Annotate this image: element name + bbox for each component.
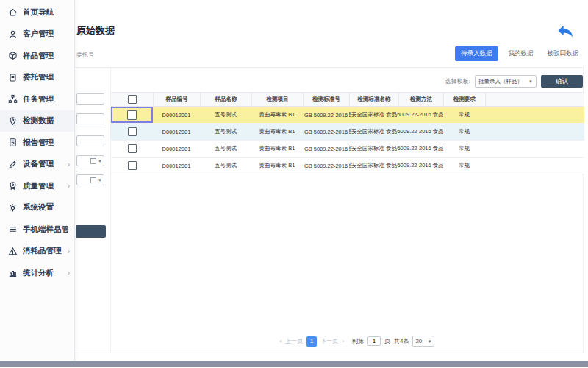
chevron-right-icon: › [68,269,70,277]
filter-input-2[interactable] [76,113,104,124]
sidebar-item-label: 客户管理 [23,29,54,39]
goto-page-prefix: 到第 [352,337,364,345]
column-header: 检测要求 [443,93,485,106]
select-all-checkbox[interactable] [128,95,137,104]
cell-standard-name: 食品安全国家标准 食品中... [349,107,398,123]
prev-page-button[interactable]: 上一页 [285,337,303,345]
filter-date-start[interactable]: ▼ [76,155,104,166]
sidebar-item-label: 消耗品管理 [23,246,62,256]
table-row[interactable]: D00012001 五号测试 黄曲霉毒素 B1 GB 5009.22-2016 … [111,141,584,158]
table-row[interactable]: D00012001 五号测试 黄曲霉毒素 B1 GB 5009.22-2016 … [111,158,584,174]
customer-icon [8,29,18,39]
cell-standard-no: GB 5009.22-2016 [303,124,349,140]
quality-icon [8,181,18,191]
cell-method: GB 5009.22-2016 食品安... [398,107,443,123]
goto-page-input[interactable] [368,336,381,346]
chevron-down-icon: ▼ [427,339,431,344]
page-size-value: 20 [415,338,422,344]
template-select-label: 选择模板: [445,77,470,85]
settings-gear-icon [8,203,18,213]
cell-standard-name: 食品安全国家标准 食品中... [349,141,398,157]
column-header: 检测标准名称 [349,93,398,106]
column-header: 样品名称 [200,93,251,106]
column-header: 检测方法 [398,93,443,106]
cell-filler [485,158,584,174]
sidebar-item-home[interactable]: 首页导航 › [0,1,74,24]
cell-sample-name: 五号测试 [200,107,251,123]
filter-input-1[interactable] [76,93,104,105]
table-row[interactable]: D00012001 五号测试 黄曲霉毒素 B1 GB 5009.22-2016 … [111,107,584,124]
sidebar-item-label: 统计分析 [23,268,54,278]
next-page-button[interactable]: 下一页 [320,337,338,345]
chevron-down-icon: ▼ [528,79,533,84]
sidebar-item-device-pen[interactable]: 设备管理 › [0,154,74,176]
cell-sample-no: D00012001 [153,124,200,140]
template-select-value: 批量录入（样品） [478,78,523,85]
sidebar-item-label: 设备管理 [23,159,54,169]
header-filler [485,93,584,106]
sidebar-item-task[interactable]: 任务管理 › [0,88,74,110]
filter-date-end[interactable]: ▼ [76,174,104,185]
sidebar-item-statistics[interactable]: 统计分析 › [0,262,74,284]
sidebar-item-label: 委托管理 [23,72,54,82]
goto-page-suffix: 页 [384,337,390,345]
tab-rejected-data[interactable]: 被驳回数据 [544,46,583,61]
cell-sample-name: 五号测试 [200,124,251,140]
cell-test-item: 黄曲霉毒素 B1 [251,107,303,123]
sidebar-item-report[interactable]: 报告管理 › [0,132,74,154]
sidebar-item-consumable[interactable]: 消耗品管理 › [0,241,74,263]
template-select[interactable]: 批量录入（样品） ▼ [475,75,537,88]
table-row[interactable]: D00012001 五号测试 黄曲霉毒素 B1 GB 5009.22-2016 … [111,124,584,141]
calendar-icon [90,177,96,183]
cell-standard-name: 食品安全国家标准 食品中... [349,124,398,140]
filter-search-button[interactable] [76,225,106,238]
row-checkbox[interactable] [128,144,137,153]
sidebar-item-mobile-sample[interactable]: 手机端样品管理 › [0,219,74,241]
cell-sample-name: 五号测试 [200,141,251,157]
next-page-arrow[interactable]: › [342,338,344,344]
cell-test-item: 黄曲霉毒素 B1 [251,141,303,157]
cell-sample-no: D00012001 [153,158,200,174]
data-table: 样品编号样品名称检测项目检测标准号检测标准名称检测方法检测要求 D0001200… [111,92,584,174]
sidebar-item-settings-gear[interactable]: 系统设置 › [0,197,74,219]
table-header-row: 样品编号样品名称检测项目检测标准号检测标准名称检测方法检测要求 [111,92,584,107]
row-checkbox-cell [111,158,153,174]
row-checkbox[interactable] [128,161,137,170]
calendar-icon [90,158,96,164]
device-pen-icon [8,160,18,169]
cell-sample-name: 五号测试 [200,158,251,174]
confirm-button[interactable]: 确认 [541,75,583,88]
page-title: 原始数据 [76,24,115,38]
sidebar-item-customer[interactable]: 客户管理 › [0,24,74,46]
template-bar: 选择模板: 批量录入（样品） ▼ 确认 [445,75,583,88]
sidebar-item-commission[interactable]: 委托管理 › [0,67,74,89]
page-size-select[interactable]: 20 ▼ [412,336,434,347]
back-arrow-icon[interactable] [556,24,574,39]
footer-strip [0,361,588,367]
detection-pin-icon [8,116,18,126]
sidebar-menu: 首页导航 › 客户管理 › 样品管理 › 委托管理 › 任务管理 › 检测数据 … [0,1,74,284]
cell-test-item: 黄曲霉毒素 B1 [251,124,303,140]
sidebar-item-label: 质量管理 [23,181,54,191]
column-header: 检测项目 [251,93,303,106]
chevron-right-icon: › [68,182,70,190]
cell-filler [485,141,584,157]
column-header: 检测标准号 [303,93,349,106]
sidebar-item-quality[interactable]: 质量管理 › [0,175,74,197]
total-count: 共4条 [394,337,409,345]
tab-pending-entry-data[interactable]: 待录入数据 [455,46,498,61]
row-checkbox[interactable] [127,110,137,120]
cell-standard-name: 食品安全国家标准 食品中... [349,158,398,174]
sample-box-icon [8,51,18,60]
cell-standard-no: GB 5009.22-2016 [303,158,349,174]
row-checkbox[interactable] [128,127,137,136]
prev-page-arrow[interactable]: ‹ [280,338,282,344]
commission-icon [8,73,18,82]
tab-my-data[interactable]: 我的数据 [505,46,537,61]
sidebar-item-detection-pin[interactable]: 检测数据 › [0,110,74,132]
filter-input-3[interactable] [76,135,104,146]
sidebar-item-sample-box[interactable]: 样品管理 › [0,45,74,67]
cell-requirement: 常规 [443,141,485,157]
cell-filler [485,124,584,140]
page-number-button[interactable]: 1 [306,336,317,347]
